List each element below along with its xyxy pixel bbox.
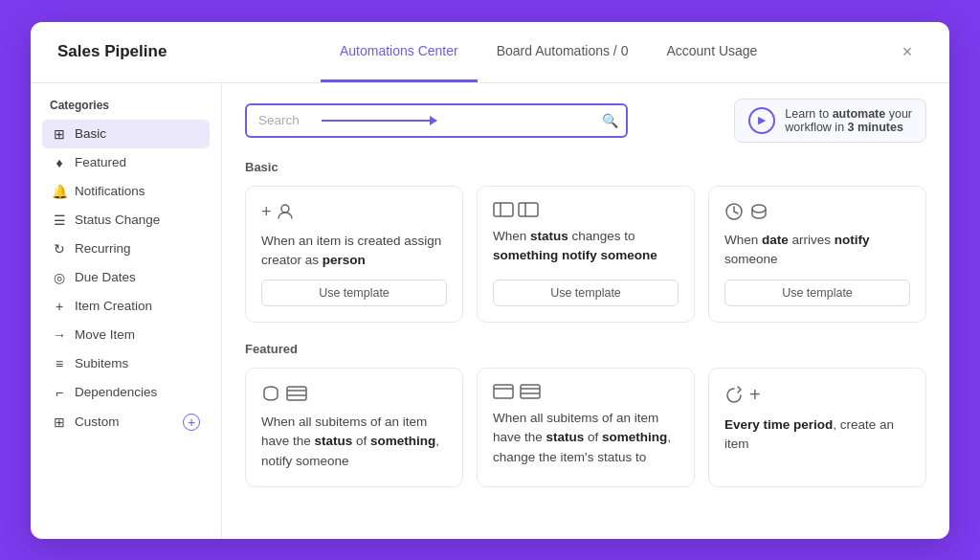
learn-text: Learn to automate yourworkflow in 3 minu… [785, 107, 912, 134]
main-content: 🔍 ▶ Learn to automate yourworkflow in 3 … [222, 83, 949, 539]
featured-icon-3: + [724, 384, 910, 406]
card-date-notify: When date arrives notify someone Use tem… [708, 186, 926, 324]
featured-icon-1 [261, 384, 447, 403]
learn-box[interactable]: ▶ Learn to automate yourworkflow in 3 mi… [734, 99, 926, 143]
featured-card-3: + Every time period, create an item [708, 368, 926, 487]
subitems-icon: ≡ [52, 356, 67, 371]
sidebar-item-recurring[interactable]: ↻ Recurring [42, 235, 210, 263]
use-template-btn-3[interactable]: Use template [724, 280, 910, 306]
modal-header: Sales Pipeline Automations Center Board … [31, 22, 949, 83]
item-creation-icon: + [52, 299, 67, 314]
search-icon: 🔍 [602, 113, 618, 128]
tab-board-automations[interactable]: Board Automations / 0 [478, 22, 648, 83]
card-icon-2 [493, 202, 679, 217]
sidebar-item-move-item[interactable]: → Move Item [42, 321, 210, 349]
modal-title: Sales Pipeline [57, 42, 167, 61]
sidebar-item-subitems[interactable]: ≡ Subitems [42, 349, 210, 378]
automations-modal: Sales Pipeline Automations Center Board … [31, 22, 949, 539]
svg-rect-11 [521, 385, 540, 398]
move-item-icon: → [52, 327, 67, 343]
sidebar-item-dependencies[interactable]: ⌐ Dependencies [42, 378, 210, 407]
sidebar-item-item-creation[interactable]: + Item Creation [42, 292, 210, 321]
svg-rect-3 [519, 203, 538, 216]
basic-cards-grid: + When an item is created assign creator… [245, 186, 926, 324]
basic-icon: ⊞ [52, 126, 67, 142]
featured-icon-2 [493, 384, 679, 399]
notifications-icon: 🔔 [52, 184, 67, 199]
tab-account-usage[interactable]: Account Usage [647, 22, 776, 83]
sidebar-item-notifications[interactable]: 🔔 Notifications [42, 177, 210, 206]
sidebar: Categories ⊞ Basic ♦ Featured 🔔 Notifica… [31, 83, 222, 539]
card-item-creation: + When an item is created assign creator… [245, 186, 463, 324]
sidebar-title: Categories [42, 99, 210, 112]
card-icon-3 [724, 202, 910, 221]
search-row: 🔍 ▶ Learn to automate yourworkflow in 3 … [245, 99, 926, 143]
close-button[interactable]: × [892, 36, 923, 67]
custom-icon: ⊞ [52, 414, 67, 430]
featured-text-3: Every time period, create an item [724, 415, 910, 471]
card-text-3: When date arrives notify someone [724, 231, 910, 271]
due-dates-icon: ◎ [52, 270, 67, 285]
featured-icon: ♦ [52, 155, 67, 170]
sidebar-item-due-dates[interactable]: ◎ Due Dates [42, 263, 210, 292]
tab-automations-center[interactable]: Automations Center [321, 22, 478, 83]
featured-card-2: When all subitems of an item have the st… [477, 368, 695, 487]
search-box: 🔍 [245, 103, 628, 138]
sidebar-item-basic[interactable]: ⊞ Basic [42, 120, 210, 148]
add-custom-button[interactable]: + [183, 414, 200, 431]
svg-point-0 [281, 205, 289, 213]
featured-text-1: When all subitems of an item have the st… [261, 413, 447, 471]
search-arrow-indicator [322, 120, 436, 122]
play-icon: ▶ [748, 107, 775, 134]
use-template-btn-2[interactable]: Use template [493, 280, 679, 306]
sidebar-item-status-change[interactable]: ☰ Status Change [42, 206, 210, 235]
basic-section-label: Basic [245, 160, 926, 174]
card-status-notify: When status changes to something notify … [477, 186, 695, 324]
card-icon-1: + [261, 202, 447, 222]
dependencies-icon: ⌐ [52, 385, 67, 400]
card-text-1: When an item is created assign creator a… [261, 232, 447, 271]
featured-card-1: When all subitems of an item have the st… [245, 368, 463, 487]
sidebar-item-custom[interactable]: ⊞ Custom + [42, 407, 210, 437]
card-text-2: When status changes to something notify … [493, 227, 679, 271]
use-template-btn-1[interactable]: Use template [261, 280, 447, 306]
recurring-icon: ↻ [52, 241, 67, 257]
svg-rect-1 [494, 203, 513, 216]
svg-rect-6 [287, 387, 306, 400]
sidebar-item-featured[interactable]: ♦ Featured [42, 148, 210, 177]
featured-text-2: When all subitems of an item have the st… [493, 409, 679, 471]
featured-cards-grid: When all subitems of an item have the st… [245, 368, 926, 487]
svg-rect-9 [494, 385, 513, 398]
featured-section-label: Featured [245, 342, 926, 356]
tabs-container: Automations Center Board Automations / 0… [205, 22, 892, 83]
modal-body: Categories ⊞ Basic ♦ Featured 🔔 Notifica… [31, 83, 949, 539]
status-change-icon: ☰ [52, 213, 67, 228]
